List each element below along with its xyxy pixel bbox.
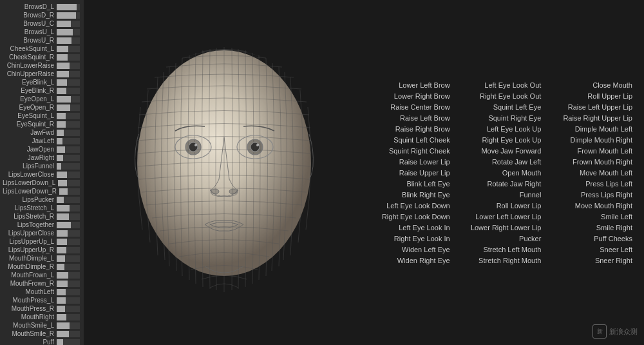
sidebar-item-label: ChinLowerRaise xyxy=(3,62,54,69)
sidebar-item-bar xyxy=(57,289,80,295)
sidebar-item-label: CheekSquint_L xyxy=(3,45,54,52)
sidebar-item[interactable]: MouthFrown_R xyxy=(0,279,84,288)
sidebar-item-bar xyxy=(57,197,80,203)
sidebar-item-bar-fill xyxy=(57,63,70,69)
sidebar-item[interactable]: LipsLowerDown_R xyxy=(0,187,84,195)
sidebar-item-bar-fill xyxy=(57,272,68,279)
sidebar-item-bar xyxy=(57,255,80,262)
sidebar-item[interactable]: LipsLowerDown_L xyxy=(0,179,84,187)
face-wireframe xyxy=(115,37,334,308)
sidebar-item[interactable]: MouthPress_L xyxy=(0,296,84,304)
sidebar-item[interactable]: JawLeft xyxy=(0,137,84,145)
label-item: Raise Left Brow xyxy=(364,113,455,123)
sidebar-item[interactable]: BrowsU_C xyxy=(0,19,84,28)
sidebar-item[interactable]: CheekSquint_L xyxy=(0,44,84,53)
sidebar-item-bar-fill xyxy=(57,71,69,77)
sidebar-item-bar xyxy=(57,29,80,35)
sidebar-item-bar-fill xyxy=(57,255,65,262)
sidebar-item-bar xyxy=(57,46,80,52)
label-item: Lower Right Lower Lip xyxy=(455,222,547,232)
sidebar-item[interactable]: MouthPress_R xyxy=(0,304,84,313)
label-item: Raise Center Brow xyxy=(364,102,455,112)
sidebar-item[interactable]: LipsUpperClose xyxy=(0,229,84,237)
label-item: Left Eye Look Up xyxy=(455,124,547,133)
sidebar-item-bar-fill xyxy=(57,306,65,312)
sidebar-item-bar-fill xyxy=(57,172,67,178)
sidebar-item-label: LipsUpperClose xyxy=(3,230,54,237)
sidebar-item-label: LipsLowerDown_L xyxy=(3,179,55,186)
sidebar-item[interactable]: MouthFrown_L xyxy=(0,271,84,279)
sidebar-item[interactable]: LipsFunnel xyxy=(0,162,84,170)
sidebar-item[interactable]: BrowsU_R xyxy=(0,36,84,44)
sidebar-item-label: LipsFunnel xyxy=(3,163,54,170)
sidebar-item-bar xyxy=(59,188,80,195)
sidebar-item[interactable]: Puff xyxy=(0,338,84,345)
sidebar-item-bar xyxy=(57,63,80,69)
sidebar-item[interactable]: EyeOpen_L xyxy=(0,95,84,103)
label-item: Roll Lower Lip xyxy=(455,201,547,210)
label-item: Stretch Right Mouth xyxy=(455,255,547,265)
sidebar-item[interactable]: EyeBlink_R xyxy=(0,86,84,95)
sidebar-item-bar-fill xyxy=(57,213,69,220)
sidebar-item[interactable]: EyeOpen_R xyxy=(0,103,84,112)
label-item: Move Mouth Right xyxy=(546,201,638,210)
sidebar-item-bar xyxy=(57,88,80,94)
sidebar-item[interactable]: MouthSmile_R xyxy=(0,330,84,338)
sidebar-item-bar xyxy=(57,54,80,61)
sidebar-item-label: MouthPress_R xyxy=(3,305,54,312)
sidebar-item-bar xyxy=(57,281,80,287)
sidebar-item[interactable]: LipsPucker xyxy=(0,195,84,204)
sidebar-item-label: LipsUpperUp_R xyxy=(3,246,54,253)
sidebar-item-bar xyxy=(57,138,80,144)
face-viewport xyxy=(84,0,364,345)
label-item: Stretch Left Mouth xyxy=(455,244,547,254)
sidebar-item-bar xyxy=(57,71,80,77)
sidebar-item[interactable]: MouthDimple_L xyxy=(0,254,84,262)
sidebar-item-bar xyxy=(57,130,80,136)
sidebar-item[interactable]: CheekSquint_R xyxy=(0,53,84,61)
sidebar-item-bar-fill xyxy=(57,322,70,329)
label-item: Raise Upper Lip xyxy=(364,168,455,177)
sidebar-item[interactable]: MouthRight xyxy=(0,313,84,321)
sidebar-item[interactable]: LipsUpperUp_R xyxy=(0,246,84,254)
sidebar-item[interactable]: LipsStretch_L xyxy=(0,204,84,212)
sidebar-item[interactable]: JawRight xyxy=(0,153,84,162)
sidebar-item-label: EyeSquint_L xyxy=(3,112,54,119)
sidebar-item[interactable]: MouthDimple_R xyxy=(0,262,84,271)
sidebar-item-bar-fill xyxy=(57,29,73,35)
sidebar-item[interactable]: MouthLeft xyxy=(0,288,84,296)
sidebar-item-label: JawFwd xyxy=(3,129,54,136)
sidebar-item-label: MouthRight xyxy=(3,313,54,320)
sidebar-item[interactable]: BrowsD_R xyxy=(0,11,84,19)
sidebar-item-bar xyxy=(57,314,80,320)
sidebar-item[interactable]: LipsUpperUp_L xyxy=(0,237,84,246)
sidebar-item[interactable]: LipsLowerClose xyxy=(0,170,84,179)
sidebar-item-bar-fill xyxy=(57,138,62,144)
sidebar-item[interactable]: JawOpen xyxy=(0,145,84,153)
sidebar-item[interactable]: BrowsU_L xyxy=(0,28,84,36)
label-item: Puff Cheeks xyxy=(546,233,638,243)
label-item: Smile Left xyxy=(546,212,638,221)
sidebar-item-bar xyxy=(57,21,80,27)
label-item: Squint Right Cheek xyxy=(364,146,455,155)
sidebar-item-label: ChinUpperRaise xyxy=(3,70,54,77)
sidebar-item[interactable]: ChinUpperRaise xyxy=(0,70,84,78)
labels-grid: Lower Left BrowLeft Eye Look OutClose Mo… xyxy=(364,80,638,265)
sidebar-item[interactable]: EyeSquint_L xyxy=(0,112,84,120)
sidebar-item-bar-fill xyxy=(57,46,68,52)
sidebar[interactable]: BrowsD_LBrowsD_RBrowsU_CBrowsU_LBrowsU_R… xyxy=(0,0,84,345)
sidebar-item[interactable]: JawFwd xyxy=(0,128,84,137)
sidebar-item[interactable]: BrowsD_L xyxy=(0,3,84,11)
label-item: Right Eye Look Up xyxy=(455,135,547,144)
sidebar-item-bar-fill xyxy=(57,339,63,346)
sidebar-item[interactable]: LipsTogether xyxy=(0,221,84,229)
watermark: 新 新浪众测 xyxy=(592,324,638,339)
sidebar-item[interactable]: EyeBlink_L xyxy=(0,78,84,86)
label-item: Lower Left Lower Lip xyxy=(455,212,547,221)
sidebar-item[interactable]: MouthSmile_L xyxy=(0,321,84,330)
sidebar-item-bar-fill xyxy=(57,205,70,212)
sidebar-item[interactable]: LipsStretch_R xyxy=(0,212,84,221)
sidebar-item[interactable]: EyeSquint_R xyxy=(0,120,84,128)
sidebar-item-bar-fill xyxy=(57,21,71,27)
sidebar-item[interactable]: ChinLowerRaise xyxy=(0,61,84,70)
